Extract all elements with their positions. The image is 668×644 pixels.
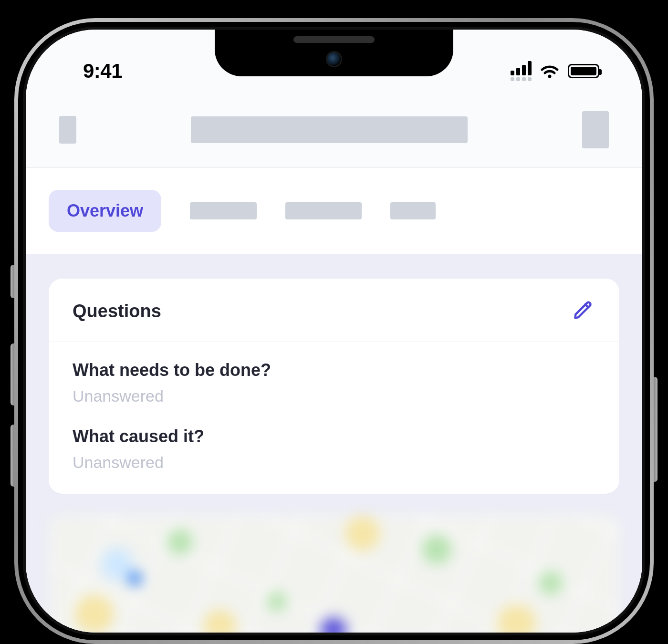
question-text: What needs to be done?: [73, 360, 595, 380]
map-other-marker: [128, 572, 142, 585]
phone-notch: [215, 30, 453, 76]
tab-skeleton-1[interactable]: [190, 202, 257, 219]
question-item[interactable]: What needs to be done? Unanswered: [73, 360, 595, 405]
tab-skeleton-3[interactable]: [390, 202, 436, 219]
nav-action-skeleton[interactable]: [582, 111, 609, 148]
status-time: 9:41: [83, 60, 122, 83]
tab-bar: Overview: [26, 168, 642, 254]
question-answer: Unanswered: [73, 453, 595, 472]
questions-card: Questions What needs to be done? Unanswe…: [49, 279, 619, 494]
tab-skeleton-2[interactable]: [285, 202, 362, 219]
screen: 9:41: [26, 30, 642, 633]
svg-point-0: [548, 75, 552, 78]
edit-questions-button[interactable]: [571, 299, 595, 323]
cellular-icon: [511, 61, 532, 81]
battery-icon: [568, 64, 599, 78]
tab-overview[interactable]: Overview: [49, 190, 161, 232]
map-location-pin: [323, 620, 344, 633]
nav-back-skeleton[interactable]: [59, 116, 76, 144]
questions-list: What needs to be done? Unanswered What c…: [49, 342, 619, 494]
map-preview[interactable]: [49, 515, 619, 633]
content-area: Questions What needs to be done? Unanswe…: [26, 254, 642, 633]
tab-overview-label: Overview: [67, 201, 143, 221]
question-answer: Unanswered: [73, 387, 595, 405]
question-text: What caused it?: [73, 426, 595, 447]
questions-card-title: Questions: [73, 301, 161, 322]
pencil-icon: [573, 300, 594, 322]
phone-front-camera: [327, 52, 341, 66]
nav-bar: [26, 92, 642, 168]
phone-frame: 9:41: [14, 18, 654, 644]
phone-speaker: [293, 36, 375, 43]
nav-title-skeleton: [191, 116, 468, 143]
question-item[interactable]: What caused it? Unanswered: [73, 426, 595, 472]
wifi-icon: [540, 64, 559, 78]
